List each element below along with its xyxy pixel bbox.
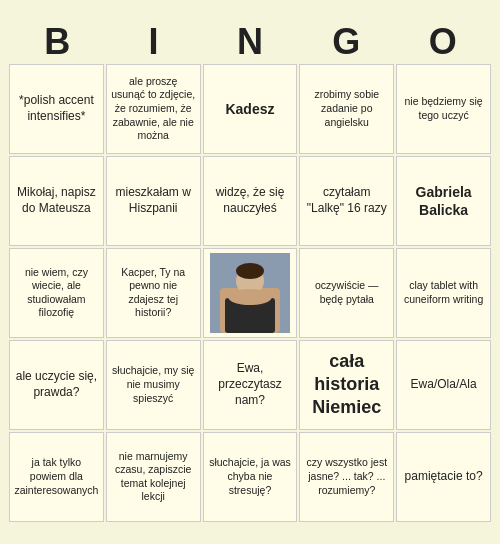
bingo-cell-4[interactable]: nie będziemy się tego uczyć [396, 64, 491, 154]
letter-n: N [206, 22, 294, 62]
letter-b: B [13, 22, 101, 62]
bingo-cell-17[interactable]: Ewa, przeczytasz nam? [203, 340, 298, 430]
letter-g: G [302, 22, 390, 62]
bingo-cell-12[interactable] [203, 248, 298, 338]
bingo-cell-0[interactable]: *polish accent intensifies* [9, 64, 104, 154]
letter-o: O [399, 22, 487, 62]
bingo-cell-5[interactable]: Mikołaj, napisz do Mateusza [9, 156, 104, 246]
bingo-cell-9[interactable]: Gabriela Balicka [396, 156, 491, 246]
bingo-cell-24[interactable]: pamiętacie to? [396, 432, 491, 522]
bingo-cell-18[interactable]: cała historia Niemiec [299, 340, 394, 430]
svg-point-4 [236, 263, 264, 279]
bingo-cell-16[interactable]: słuchajcie, my się nie musimy spieszyć [106, 340, 201, 430]
bingo-cell-3[interactable]: zrobimy sobie zadanie po angielsku [299, 64, 394, 154]
bingo-cell-14[interactable]: clay tablet with cuneiform writing [396, 248, 491, 338]
bingo-cell-15[interactable]: ale uczycie się, prawda? [9, 340, 104, 430]
bingo-cell-20[interactable]: ja tak tylko powiem dla zainteresowanych [9, 432, 104, 522]
bingo-cell-19[interactable]: Ewa/Ola/Ala [396, 340, 491, 430]
bingo-cell-22[interactable]: słuchajcie, ja was chyba nie stresuję? [203, 432, 298, 522]
bingo-cell-8[interactable]: czytałam "Lalkę" 16 razy [299, 156, 394, 246]
bingo-cell-11[interactable]: Kacper, Ty na pewno nie zdajesz tej hist… [106, 248, 201, 338]
bingo-cell-23[interactable]: czy wszystko jest jasne? ... tak? ... ro… [299, 432, 394, 522]
bingo-header: B I N G O [9, 22, 491, 62]
person-image [210, 253, 290, 333]
bingo-cell-10[interactable]: nie wiem, czy wiecie, ale studiowałam fi… [9, 248, 104, 338]
bingo-cell-6[interactable]: mieszkałam w Hiszpanii [106, 156, 201, 246]
bingo-cell-1[interactable]: ale proszę usunąć to zdjęcie, że rozumie… [106, 64, 201, 154]
bingo-grid: *polish accent intensifies*ale proszę us… [9, 64, 491, 522]
bingo-cell-2[interactable]: Kadesz [203, 64, 298, 154]
bingo-container: B I N G O *polish accent intensifies*ale… [5, 18, 495, 526]
svg-point-6 [228, 289, 272, 305]
letter-i: I [110, 22, 198, 62]
bingo-cell-7[interactable]: widzę, że się nauczyłeś [203, 156, 298, 246]
bingo-cell-13[interactable]: oczywiście — będę pytała [299, 248, 394, 338]
bingo-cell-21[interactable]: nie marnujemy czasu, zapiszcie temat kol… [106, 432, 201, 522]
